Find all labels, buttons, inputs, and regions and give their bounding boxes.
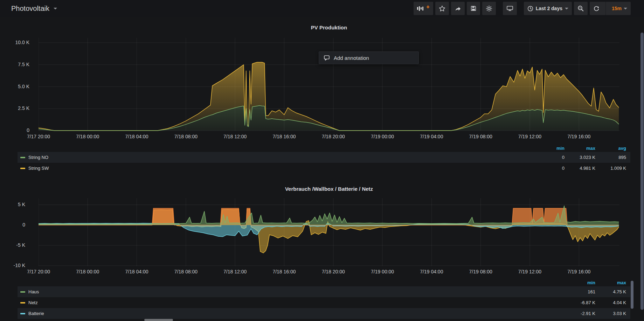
x-axis-label: 7/19 12:00 bbox=[509, 269, 551, 274]
stat-max: 3.023 K bbox=[565, 155, 595, 160]
x-axis-label: 7/19 08:00 bbox=[460, 269, 502, 274]
star-icon bbox=[439, 5, 445, 12]
panel-title-verbrauch[interactable]: Verbrauch /Wallbox / Batterie / Netz bbox=[39, 186, 619, 192]
panel-title-pv-produktion[interactable]: PV Produktion bbox=[39, 25, 619, 30]
x-axis-label: 7/19 00:00 bbox=[361, 134, 403, 139]
y-axis-label: 2.5 K bbox=[0, 105, 29, 111]
x-axis-label: 7/19 16:00 bbox=[558, 134, 600, 139]
add-annotation-menu-item[interactable]: Add annotation bbox=[319, 51, 419, 64]
share-icon bbox=[455, 5, 461, 12]
refresh-interval-label: 15m bbox=[612, 6, 622, 11]
x-axis-label: 7/19 08:00 bbox=[460, 134, 502, 139]
plus-icon: + bbox=[426, 5, 429, 9]
refresh-icon bbox=[593, 5, 600, 12]
stat-min: 161 bbox=[565, 289, 595, 294]
zoom-out-button[interactable] bbox=[574, 2, 588, 15]
stat-avg: 895 bbox=[595, 155, 626, 160]
stat-max: 4.75 K bbox=[595, 289, 626, 294]
gear-icon bbox=[486, 5, 492, 12]
legend-header: min max avg bbox=[18, 144, 630, 152]
horizontal-scrollbar-thumb[interactable] bbox=[144, 319, 173, 321]
series-name[interactable]: Haus bbox=[28, 289, 39, 294]
page-scrollbar-thumb[interactable] bbox=[640, 33, 644, 310]
x-axis-label: 7/18 16:00 bbox=[263, 269, 305, 274]
refresh-button[interactable] bbox=[590, 2, 603, 15]
refresh-interval-picker[interactable]: 15m bbox=[608, 2, 631, 15]
stat-max: 4.981 K bbox=[565, 166, 595, 171]
y-axis-label: 10.0 K bbox=[0, 40, 29, 45]
x-axis-label: 7/18 12:00 bbox=[214, 134, 256, 139]
y-axis-label: -5 K bbox=[0, 242, 25, 248]
y-axis-label: 5 K bbox=[0, 202, 25, 207]
series-name[interactable]: String SW bbox=[28, 166, 49, 171]
stat-avg: 1.009 K bbox=[595, 166, 626, 171]
dashboard: Photovoltaik + bbox=[0, 0, 644, 321]
series-name[interactable]: String NO bbox=[28, 155, 48, 160]
series-swatch[interactable] bbox=[20, 157, 25, 158]
legend-row-string-no: String NO 0 3.023 K 895 bbox=[18, 152, 630, 163]
verbrauch-chart[interactable] bbox=[39, 198, 619, 266]
legend-header: min max bbox=[18, 279, 630, 286]
settings-button[interactable] bbox=[482, 2, 496, 15]
comment-icon bbox=[324, 55, 330, 61]
x-axis-label: 7/18 20:00 bbox=[312, 134, 354, 139]
dashboard-header: Photovoltaik + bbox=[0, 0, 644, 17]
x-axis-label: 7/18 08:00 bbox=[165, 269, 207, 274]
y-axis-label: -10 K bbox=[0, 263, 25, 268]
legend-header-min[interactable]: min bbox=[565, 280, 595, 285]
save-icon bbox=[470, 5, 477, 12]
stat-min: -2.91 K bbox=[565, 311, 595, 316]
legend-header-avg[interactable]: avg bbox=[595, 146, 626, 151]
stat-min: 0 bbox=[534, 166, 565, 171]
refresh-button-group: 15m bbox=[590, 2, 631, 15]
chevron-down-icon bbox=[624, 8, 627, 9]
legend-header-max[interactable]: max bbox=[595, 280, 626, 285]
x-axis-label: 7/19 16:00 bbox=[558, 269, 600, 274]
add-panel-icon bbox=[417, 6, 423, 11]
x-axis-label: 7/18 00:00 bbox=[67, 269, 109, 274]
x-axis-label: 7/18 04:00 bbox=[116, 134, 158, 139]
cycle-view-button[interactable] bbox=[503, 2, 517, 15]
x-axis-label: 7/18 16:00 bbox=[263, 134, 305, 139]
add-panel-button[interactable]: + bbox=[414, 2, 433, 15]
series-swatch[interactable] bbox=[20, 291, 25, 293]
series-swatch[interactable] bbox=[20, 168, 25, 169]
legend-header-max[interactable]: max bbox=[565, 146, 595, 151]
tv-icon bbox=[506, 5, 513, 12]
x-axis-label: 7/19 04:00 bbox=[410, 134, 452, 139]
x-axis-label: 7/18 08:00 bbox=[165, 134, 207, 139]
legend-scrollbar-thumb[interactable] bbox=[631, 281, 633, 309]
stat-min: -6.87 K bbox=[565, 300, 595, 305]
save-button[interactable] bbox=[467, 2, 480, 15]
x-axis-label: 7/17 20:00 bbox=[18, 269, 60, 274]
legend-row-netz: Netz -6.87 K 4.04 K bbox=[18, 297, 630, 308]
time-range-label: Last 2 days bbox=[536, 6, 562, 11]
series-name[interactable]: Batterie bbox=[28, 311, 44, 316]
star-button[interactable] bbox=[435, 2, 449, 15]
verbrauch-legend: min max Haus 161 4.75 K Netz -6.87 K 4.0… bbox=[18, 279, 630, 319]
legend-row-batterie: Batterie -2.91 K 3.03 K bbox=[18, 308, 630, 319]
x-axis-label: 7/19 04:00 bbox=[410, 269, 452, 274]
legend-row-string-sw: String SW 0 4.981 K 1.009 K bbox=[18, 163, 630, 174]
series-swatch[interactable] bbox=[20, 302, 25, 303]
chevron-down-icon bbox=[565, 8, 568, 9]
x-axis-label: 7/19 00:00 bbox=[361, 269, 403, 274]
x-axis-label: 7/17 20:00 bbox=[18, 134, 60, 139]
share-button[interactable] bbox=[451, 2, 465, 15]
y-axis-label: 7.5 K bbox=[0, 62, 29, 67]
dashboard-title[interactable]: Photovoltaik bbox=[11, 5, 49, 13]
series-name[interactable]: Netz bbox=[28, 300, 38, 305]
x-axis-label: 7/19 12:00 bbox=[509, 134, 551, 139]
stat-max: 4.04 K bbox=[595, 300, 626, 305]
x-axis-label: 7/18 12:00 bbox=[214, 269, 256, 274]
verbrauch-plot[interactable] bbox=[39, 198, 619, 266]
series-swatch[interactable] bbox=[20, 313, 25, 314]
time-range-picker[interactable]: Last 2 days bbox=[524, 2, 572, 15]
x-axis-label: 7/18 00:00 bbox=[67, 134, 109, 139]
legend-header-min[interactable]: min bbox=[534, 146, 565, 151]
legend-row-haus: Haus 161 4.75 K bbox=[18, 286, 630, 297]
y-axis-label: 0 bbox=[0, 222, 25, 228]
stat-max: 3.03 K bbox=[595, 311, 626, 316]
pv-legend: min max avg String NO 0 3.023 K 895 Stri… bbox=[18, 144, 630, 174]
zoom-out-icon bbox=[577, 5, 584, 12]
